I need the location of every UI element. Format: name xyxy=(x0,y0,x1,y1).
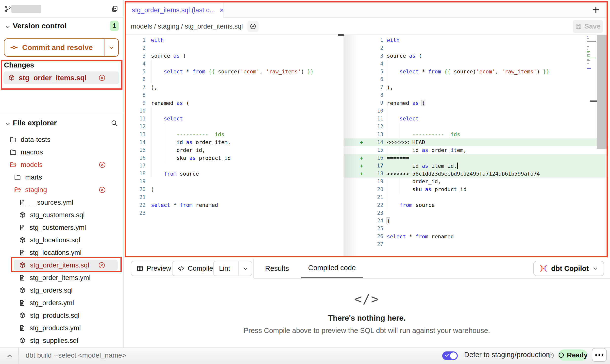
file-name: stg_locations.yml xyxy=(30,249,82,257)
more-options-button[interactable] xyxy=(592,348,607,362)
file-tree-item-stg_orders.yml[interactable]: stg_orders.yml xyxy=(0,297,123,309)
cube-icon xyxy=(19,337,26,344)
table-icon xyxy=(136,265,144,272)
indent-guide xyxy=(151,115,152,123)
indent-guide xyxy=(151,60,152,68)
file-tree-item-stg_locations.sql[interactable]: stg_locations.sql xyxy=(0,234,123,246)
file-name: stg_orders.sql xyxy=(30,286,73,294)
changes-file-row[interactable]: stg_order_items.sql xyxy=(3,71,119,84)
code-text: from source xyxy=(151,170,343,178)
right-editor-scrollbar-thumb[interactable] xyxy=(597,35,608,149)
file-tree-item-stg_products.sql[interactable]: stg_products.sql xyxy=(0,309,123,322)
file-tree-item-models[interactable]: models xyxy=(0,158,123,171)
discard-change-icon[interactable] xyxy=(99,186,106,194)
file-tree-item-stg_products.yml[interactable]: stg_products.yml xyxy=(0,322,123,334)
indent-guide xyxy=(387,185,388,193)
help-icon[interactable] xyxy=(547,352,554,359)
defer-toggle[interactable] xyxy=(442,351,458,360)
dbt-copilot-logo-icon xyxy=(539,264,548,273)
copy-icon[interactable] xyxy=(111,5,119,13)
new-tab-button[interactable]: + xyxy=(592,3,599,16)
code-text: select * from renamed xyxy=(151,201,343,209)
preview-label: Preview xyxy=(147,265,171,272)
file-tree-item-stg_orders.sql[interactable]: stg_orders.sql xyxy=(0,284,123,297)
commit-and-resolve-button[interactable]: Commit and resolve xyxy=(4,38,119,57)
indent-guide xyxy=(151,154,152,162)
code-pane-modified[interactable]: 1with23source as (45 select * from {{ so… xyxy=(344,35,608,256)
save-button[interactable]: Save xyxy=(573,20,603,33)
file-tree-item-data-tests[interactable]: data-tests xyxy=(0,133,123,146)
status-badge-ready[interactable]: Ready xyxy=(558,349,587,361)
right-editor-scrollbar[interactable] xyxy=(597,35,608,256)
discard-change-icon[interactable] xyxy=(98,74,106,82)
indent-guide xyxy=(151,75,152,83)
code-pane-original[interactable]: 1with23source as (45 select * from {{ so… xyxy=(126,35,344,256)
left-editor-scrollbar-thumb[interactable] xyxy=(338,34,344,36)
code-line: 19 order_id, xyxy=(344,178,608,185)
preview-button[interactable]: Preview xyxy=(131,261,177,276)
minimap[interactable] xyxy=(587,36,596,70)
dbt-copilot-button[interactable]: dbt Copilot xyxy=(533,261,604,276)
code-line: 4 xyxy=(126,60,343,68)
line-number: 20 xyxy=(368,186,383,192)
code-text xyxy=(387,91,608,99)
tab-compiled-code[interactable]: Compiled code xyxy=(301,259,363,278)
discard-change-icon[interactable] xyxy=(98,262,105,269)
chevron-down-icon[interactable] xyxy=(5,121,11,127)
search-icon[interactable] xyxy=(110,119,118,127)
file-tree-item-stg_locations.yml[interactable]: stg_locations.yml xyxy=(0,246,123,259)
line-number: 5 xyxy=(126,69,146,75)
chevron-down-icon[interactable] xyxy=(5,24,11,30)
command-input[interactable]: dbt build --select <model_name> xyxy=(26,351,126,359)
code-line: 23 xyxy=(126,209,343,217)
toolbar-divider xyxy=(253,259,254,278)
file-tree-item-marts[interactable]: marts xyxy=(0,171,123,183)
file-tree-item-staging[interactable]: staging xyxy=(0,183,123,196)
code-text xyxy=(151,209,343,217)
code-text: <<<<<<< HEAD xyxy=(387,138,608,146)
line-number: 15 xyxy=(126,147,146,153)
file-tree-item-stg_order_items.sql[interactable]: stg_order_items.sql xyxy=(0,259,123,271)
file-icon xyxy=(19,224,26,231)
tab-stg-order-items[interactable]: stg_order_items.sql (last c... × xyxy=(126,2,224,18)
line-number: 16 xyxy=(126,155,146,161)
lineage-icon[interactable] xyxy=(247,21,259,32)
line-number: 12 xyxy=(368,124,383,130)
tab-close-icon[interactable]: × xyxy=(220,6,224,14)
indent-guide xyxy=(164,138,164,146)
code-line: 13 ---------- ids xyxy=(344,131,608,138)
file-name: stg_supplies.sql xyxy=(30,337,78,345)
tab-results[interactable]: Results xyxy=(258,259,296,278)
file-tree-item-stg_order_items.yml[interactable]: stg_order_items.yml xyxy=(0,271,123,284)
line-number: 2 xyxy=(368,45,383,51)
minimap-cursor-marker xyxy=(590,100,597,102)
line-number: 25 xyxy=(368,226,383,232)
line-number: 6 xyxy=(368,76,383,82)
lint-options-dropdown[interactable] xyxy=(238,261,252,276)
indent-guide xyxy=(387,68,388,76)
commit-options-dropdown[interactable] xyxy=(104,39,118,56)
line-number: 15 xyxy=(368,147,383,153)
line-number: 7 xyxy=(126,84,146,90)
sidebar-divider xyxy=(0,17,123,18)
code-text xyxy=(151,123,343,131)
commit-button-label: Commit and resolve xyxy=(22,43,93,52)
line-number: 11 xyxy=(368,116,383,122)
file-name: stg_products.sql xyxy=(30,312,79,319)
line-number: 18 xyxy=(368,171,383,177)
lint-button[interactable]: Lint xyxy=(213,261,252,276)
file-tree-item-stg_customers.yml[interactable]: stg_customers.yml xyxy=(0,221,123,234)
code-line: 16 sku as product_id xyxy=(126,154,343,162)
file-tree-item-stg_supplies.sql[interactable]: stg_supplies.sql xyxy=(0,334,123,347)
sidebar: Version control 1 Commit and resolve Cha… xyxy=(0,0,123,347)
file-tree-item-__sources.yml[interactable]: __sources.yml xyxy=(0,196,123,209)
discard-change-icon[interactable] xyxy=(99,161,106,168)
file-tree-item-macros[interactable]: macros xyxy=(0,146,123,158)
code-line: 2 xyxy=(126,44,343,52)
code-line: +14<<<<<<< HEAD xyxy=(344,138,608,146)
compile-button[interactable]: Compile xyxy=(172,261,219,276)
line-number: 5 xyxy=(368,69,383,75)
code-text: ) xyxy=(151,185,343,193)
chevron-up-icon[interactable] xyxy=(6,352,13,360)
file-tree-item-stg_customers.sql[interactable]: stg_customers.sql xyxy=(0,209,123,221)
